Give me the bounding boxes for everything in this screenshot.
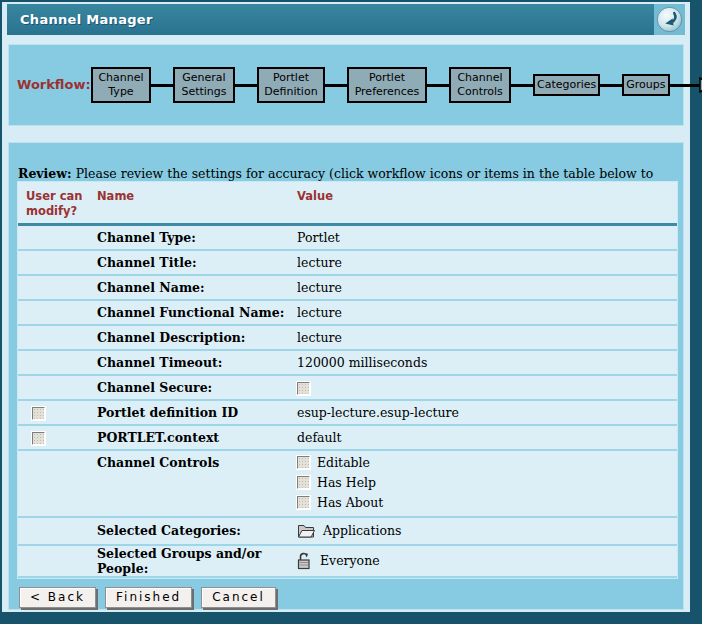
workflow-connector (235, 84, 257, 87)
workflow-steps: Channel Type General Settings Portlet De… (91, 45, 679, 125)
open-padlock-icon (297, 552, 312, 570)
table-header: User can modify? Name Value (18, 182, 677, 226)
workflow-connector (600, 84, 622, 87)
finished-button[interactable]: Finished (105, 587, 192, 608)
workflow-step-general-settings[interactable]: General Settings (173, 67, 235, 104)
workflow-connector (427, 84, 449, 87)
table-row-channel-name[interactable]: Channel Name: lecture (18, 276, 677, 301)
has-help-label: Has Help (317, 475, 376, 490)
focus-return-button[interactable] (654, 4, 685, 35)
channel-manager-window: Channel Manager Work (0, 0, 702, 624)
table-row-channel-description[interactable]: Channel Description: lecture (18, 326, 677, 351)
editable-checkbox[interactable] (297, 456, 310, 469)
action-buttons: < Back Finished Cancel (19, 587, 276, 608)
workflow-connector (151, 84, 173, 87)
header-user-can-modify: User can modify? (18, 187, 84, 223)
workflow-connector (325, 84, 347, 87)
cancel-button[interactable]: Cancel (201, 587, 276, 608)
workflow-step-channel-type[interactable]: Channel Type (91, 67, 151, 104)
window-body: Channel Manager Work (2, 2, 690, 612)
titlebar: Channel Manager (7, 4, 685, 35)
workflow-step-categories[interactable]: Categories (533, 74, 600, 96)
header-value: Value (297, 187, 677, 223)
has-about-checkbox[interactable] (297, 496, 310, 509)
table-row-selected-categories[interactable]: Selected Categories: Applications (18, 518, 677, 546)
table-row-channel-functional-name[interactable]: Channel Functional Name: lecture (18, 301, 677, 326)
selected-group-label: Everyone (320, 553, 380, 568)
table-row-portlet-context[interactable]: PORTLET.context default (18, 426, 677, 451)
table-row-selected-groups[interactable]: Selected Groups and/or People: Everyone (18, 546, 677, 578)
user-modify-checkbox[interactable] (32, 432, 45, 445)
workflow-step-channel-controls[interactable]: Channel Controls (449, 67, 511, 104)
workflow-step-portlet-definition[interactable]: Portlet Definition (257, 67, 325, 104)
workflow-step-groups[interactable]: Groups (622, 74, 669, 96)
header-name: Name (97, 187, 297, 223)
user-modify-checkbox[interactable] (32, 407, 45, 420)
table-row-portlet-definition-id[interactable]: Portlet definition ID esup-lecture.esup-… (18, 401, 677, 426)
return-arrow-icon (656, 6, 683, 33)
folder-icon (297, 523, 315, 538)
table-row-channel-timeout[interactable]: Channel Timeout: 120000 milliseconds (18, 351, 677, 376)
workflow-connector (511, 84, 533, 87)
workflow-step-portlet-preferences[interactable]: Portlet Preferences (347, 67, 427, 104)
table-row-channel-controls[interactable]: Channel Controls Editable Has Help Has A… (18, 451, 677, 518)
channel-secure-checkbox[interactable] (297, 382, 310, 395)
table-row-channel-title[interactable]: Channel Title: lecture (18, 251, 677, 276)
editable-label: Editable (317, 455, 370, 470)
has-help-checkbox[interactable] (297, 476, 310, 489)
review-panel: Review: Please review the settings for a… (8, 142, 684, 610)
review-label: Review: (18, 166, 72, 181)
has-about-label: Has About (317, 495, 383, 510)
current-step-arrow-icon (699, 77, 702, 93)
window-title: Channel Manager (7, 12, 654, 27)
selected-category-label: Applications (323, 523, 402, 538)
back-button[interactable]: < Back (19, 587, 96, 608)
table-row-channel-secure[interactable]: Channel Secure: (18, 376, 677, 401)
table-row-channel-type[interactable]: Channel Type: Portlet (18, 226, 677, 251)
workflow-connector (670, 84, 700, 87)
workflow-label: Workflow: (17, 77, 91, 92)
workflow-panel: Workflow: Channel Type General Settings … (8, 44, 684, 126)
settings-table: User can modify? Name Value Channel Type… (17, 181, 678, 579)
